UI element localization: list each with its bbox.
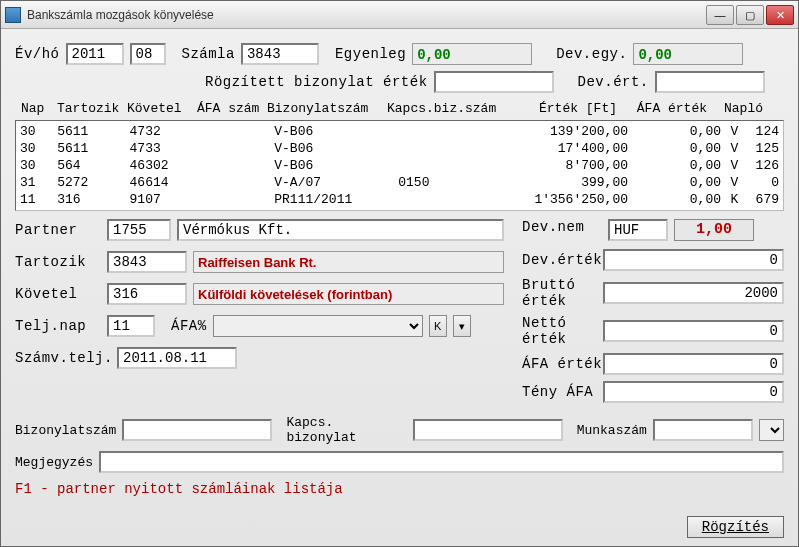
munkaszam-combo[interactable] xyxy=(759,419,784,441)
munkaszam-label: Munkaszám xyxy=(577,423,647,438)
credit-code-input[interactable] xyxy=(107,283,187,305)
dev-value-label: Dev.ért. xyxy=(578,74,649,90)
partner-name-input[interactable] xyxy=(177,219,504,241)
dev-unit-label: Dev.egy. xyxy=(556,46,627,62)
table-row[interactable]: 113169107PR111/20111'356'250,000,00K679 xyxy=(16,191,783,208)
col-kovetel: Követel xyxy=(127,101,197,116)
col-naplo: Napló xyxy=(707,101,763,116)
header-row-2: Rögzített bizonylat érték Dev.ért. xyxy=(205,71,784,93)
col-kapcs: Kapcs.biz.szám xyxy=(387,101,507,116)
dev-value-input[interactable] xyxy=(655,71,765,93)
close-button[interactable]: ✕ xyxy=(766,5,794,25)
form-section: Partner Tartozik Raiffeisen Bank Rt. Köv… xyxy=(15,219,784,409)
grid-body[interactable]: 3056114732V-B06139'200,000,00V1243056114… xyxy=(15,120,784,211)
brutto-label: Bruttó érték xyxy=(522,277,603,309)
bizszam-label: Bizonylatszám xyxy=(15,423,116,438)
partner-code-input[interactable] xyxy=(107,219,171,241)
window-buttons: — ▢ ✕ xyxy=(704,5,794,25)
content-area: Év/hó Számla Egyenleg 0,00 Dev.egy. 0,00… xyxy=(1,29,798,503)
col-ertek: Érték [Ft] xyxy=(507,101,617,116)
afa-pct-label: ÁFA% xyxy=(171,318,207,334)
app-window: Bankszámla mozgások könyvelése — ▢ ✕ Év/… xyxy=(0,0,799,547)
hint-text: F1 - partner nyitott számláinak listája xyxy=(15,481,784,497)
header-row-1: Év/hó Számla Egyenleg 0,00 Dev.egy. 0,00 xyxy=(15,43,784,65)
credit-label: Követel xyxy=(15,286,101,302)
afaertek-input[interactable] xyxy=(603,353,784,375)
left-column: Partner Tartozik Raiffeisen Bank Rt. Köv… xyxy=(15,219,504,409)
devrate-value: 1,00 xyxy=(674,219,754,241)
grid-header: Nap Tartozik Követel ÁFA szám Bizonylats… xyxy=(15,99,784,120)
table-row[interactable]: 3056114733V-B0617'400,000,00V125 xyxy=(16,140,783,157)
year-input[interactable] xyxy=(66,43,124,65)
szamvtelj-input[interactable] xyxy=(117,347,237,369)
munkaszam-input[interactable] xyxy=(653,419,753,441)
data-table: 3056114732V-B06139'200,000,00V1243056114… xyxy=(16,123,783,208)
balance-value: 0,00 xyxy=(412,43,532,65)
col-nap: Nap xyxy=(21,101,57,116)
dev-unit-value: 0,00 xyxy=(633,43,743,65)
kapcsbiz-input[interactable] xyxy=(413,419,563,441)
table-row[interactable]: 31527246614V-A/070150399,000,00V0 xyxy=(16,174,783,191)
table-row[interactable]: 3056446302V-B068'700,000,00V126 xyxy=(16,157,783,174)
devertek-input[interactable] xyxy=(603,249,784,271)
partner-label: Partner xyxy=(15,222,101,238)
netto-input[interactable] xyxy=(603,320,784,342)
devnem-label: Dev.nem xyxy=(522,219,602,241)
table-row[interactable]: 3056114732V-B06139'200,000,00V124 xyxy=(16,123,783,140)
kapcsbiz-label: Kapcs. bizonylat xyxy=(286,415,406,445)
debit-label: Tartozik xyxy=(15,254,101,270)
debit-code-input[interactable] xyxy=(107,251,187,273)
col-afa: ÁFA szám xyxy=(197,101,267,116)
app-icon xyxy=(5,7,21,23)
bottom-row-1: Bizonylatszám Kapcs. bizonylat Munkaszám xyxy=(15,415,784,445)
year-month-label: Év/hó xyxy=(15,46,60,62)
megjegyzes-label: Megjegyzés xyxy=(15,455,93,470)
minimize-button[interactable]: — xyxy=(706,5,734,25)
month-input[interactable] xyxy=(130,43,166,65)
tenyafa-label: Tény ÁFA xyxy=(522,384,603,400)
window-title: Bankszámla mozgások könyvelése xyxy=(27,8,704,22)
col-biz: Bizonylatszám xyxy=(267,101,387,116)
titlebar: Bankszámla mozgások könyvelése — ▢ ✕ xyxy=(1,1,798,29)
bizszam-input[interactable] xyxy=(122,419,272,441)
k-button[interactable]: K xyxy=(429,315,447,337)
devertek-label: Dev.érték xyxy=(522,252,603,268)
bottom-row-2: Megjegyzés xyxy=(15,451,784,473)
col-tartozik: Tartozik xyxy=(57,101,127,116)
debit-name: Raiffeisen Bank Rt. xyxy=(193,251,504,273)
brutto-input[interactable] xyxy=(603,282,784,304)
netto-label: Nettó érték xyxy=(522,315,603,347)
recorded-label: Rögzített bizonylat érték xyxy=(205,74,428,90)
recorded-value-input[interactable] xyxy=(434,71,554,93)
balance-label: Egyenleg xyxy=(335,46,406,62)
szamvtelj-label: Számv.telj. xyxy=(15,350,111,366)
record-button[interactable]: Rögzítés xyxy=(687,516,784,538)
right-column: Dev.nem 1,00 Dev.érték Bruttó érték Nett… xyxy=(522,219,784,409)
tenyafa-input[interactable] xyxy=(603,381,784,403)
account-label: Számla xyxy=(182,46,235,62)
teljnap-label: Telj.nap xyxy=(15,318,101,334)
afa-combo[interactable] xyxy=(213,315,423,337)
teljnap-input[interactable] xyxy=(107,315,155,337)
devnem-input[interactable] xyxy=(608,219,668,241)
maximize-button[interactable]: ▢ xyxy=(736,5,764,25)
megjegyzes-input[interactable] xyxy=(99,451,784,473)
k-dropdown-button[interactable]: ▾ xyxy=(453,315,471,337)
afaertek-label: ÁFA érték xyxy=(522,356,603,372)
col-afaertek: ÁFA érték xyxy=(617,101,707,116)
account-input[interactable] xyxy=(241,43,319,65)
credit-name: Külföldi követelések (forintban) xyxy=(193,283,504,305)
